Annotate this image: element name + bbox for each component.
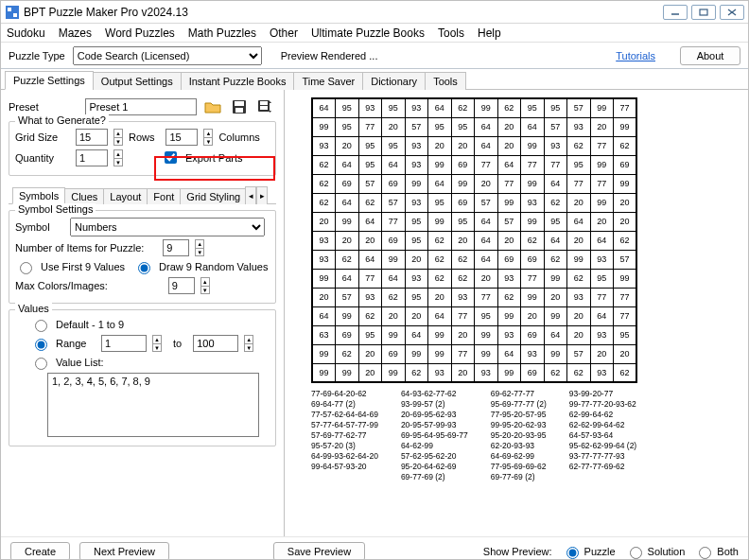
- range-to-input[interactable]: [193, 335, 238, 352]
- symbol-select[interactable]: Numbers: [70, 218, 265, 236]
- grid-cell: 99: [382, 250, 406, 269]
- subtab-scroll-left[interactable]: ◂: [245, 186, 256, 204]
- minimize-button[interactable]: [663, 5, 688, 20]
- grid-cell: 62: [544, 193, 567, 212]
- menu-help[interactable]: Help: [478, 26, 501, 40]
- grid-cell: 64: [428, 306, 452, 325]
- about-button[interactable]: About: [680, 46, 740, 65]
- save-as-icon[interactable]: [255, 96, 276, 117]
- preset-input[interactable]: [85, 98, 197, 115]
- grid-cell: 99: [614, 269, 637, 288]
- show-solution-radio[interactable]: [630, 547, 642, 559]
- subtab-clues[interactable]: Clues: [64, 188, 104, 204]
- tab-puzzle-settings[interactable]: Puzzle Settings: [5, 71, 94, 90]
- grid-cell: 64: [336, 193, 359, 212]
- grid-cell: 77: [590, 288, 614, 306]
- grid-cell: 93: [312, 231, 336, 250]
- puzzle-type-select[interactable]: Code Search (Licensed): [73, 46, 262, 65]
- svg-rect-12: [260, 106, 268, 110]
- menu-math-puzzles[interactable]: Math Puzzles: [188, 26, 256, 40]
- titlebar: BPT Puzzle Maker Pro v2024.13: [1, 1, 748, 24]
- grid-cell: 99: [312, 344, 336, 363]
- subtab-scroll-right[interactable]: ▸: [256, 186, 268, 204]
- grid-cell: 64: [358, 212, 382, 231]
- app-icon: [5, 5, 20, 20]
- export-parts-checkbox[interactable]: [165, 151, 177, 164]
- tab-tools[interactable]: Tools: [425, 72, 466, 90]
- clue-columns: 77-69-64-20-62 69-64-77 (2) 77-57-62-64-…: [311, 389, 739, 482]
- subtab-layout[interactable]: Layout: [103, 188, 148, 204]
- menu-tools[interactable]: Tools: [438, 26, 464, 40]
- grid-cell: 57: [544, 117, 567, 136]
- close-button[interactable]: [720, 5, 744, 20]
- svg-rect-2: [13, 13, 17, 17]
- grid-cell: 20: [382, 117, 406, 136]
- open-icon[interactable]: [202, 96, 223, 117]
- grid-cell: 62: [544, 250, 567, 269]
- subtab-font[interactable]: Font: [147, 188, 181, 204]
- grid-cell: 93: [405, 98, 428, 117]
- preview-panel: 6495939593646299629595579977999577205795…: [285, 90, 748, 536]
- tab-output-settings[interactable]: Output Settings: [93, 72, 182, 90]
- save-icon[interactable]: [229, 96, 250, 117]
- preset-label: Preset: [9, 101, 79, 113]
- grid-cell: 57: [614, 250, 637, 269]
- tutorials-link[interactable]: Tutorials: [616, 50, 655, 61]
- values-legend: Values: [15, 303, 52, 314]
- cols-input[interactable]: [165, 129, 198, 146]
- grid-cell: 62: [428, 250, 452, 269]
- subtab-symbols[interactable]: Symbols: [12, 187, 65, 204]
- grid-cell: 20: [614, 212, 637, 231]
- value-list-textarea[interactable]: 1, 2, 3, 4, 5, 6, 7, 8, 9: [47, 373, 259, 437]
- grid-cell: 62: [428, 231, 452, 250]
- menu-word-puzzles[interactable]: Word Puzzles: [105, 26, 175, 40]
- grid-cell: 69: [521, 250, 545, 269]
- tab-time-saver[interactable]: Time Saver: [293, 72, 363, 90]
- save-preview-button[interactable]: Save Preview: [273, 542, 365, 561]
- value-list-radio[interactable]: [35, 358, 47, 370]
- grid-cell: 99: [567, 250, 591, 269]
- subtab-grid-styling[interactable]: Grid Styling: [180, 188, 247, 204]
- grid-cell: 99: [521, 136, 545, 155]
- clue-column: 64-93-62-77-62 93-99-57 (2) 20-69-95-62-…: [401, 389, 468, 482]
- quantity-input[interactable]: [76, 149, 108, 166]
- grid-cell: 99: [544, 269, 567, 288]
- default-radio[interactable]: [35, 320, 47, 332]
- tab-instant-puzzle-books[interactable]: Instant Puzzle Books: [181, 72, 295, 90]
- svg-rect-9: [235, 108, 243, 113]
- draw-random-radio[interactable]: [138, 262, 150, 274]
- show-both-radio[interactable]: [699, 547, 711, 559]
- rows-input[interactable]: [76, 129, 108, 146]
- grid-cell: 93: [521, 193, 545, 212]
- range-radio[interactable]: [35, 339, 47, 351]
- tab-dictionary[interactable]: Dictionary: [362, 72, 426, 90]
- max-colors-input[interactable]: [168, 277, 195, 294]
- grid-cell: 20: [614, 344, 637, 363]
- grid-cell: 99: [312, 363, 336, 382]
- svg-rect-4: [700, 9, 707, 15]
- menu-sudoku[interactable]: Sudoku: [7, 26, 45, 40]
- grid-cell: 64: [475, 117, 498, 136]
- use-first-radio[interactable]: [20, 262, 32, 274]
- grid-cell: 64: [358, 250, 382, 269]
- grid-cell: 62: [497, 288, 521, 306]
- grid-cell: 64: [544, 231, 567, 250]
- next-preview-button[interactable]: Next Preview: [79, 542, 169, 561]
- range-from-input[interactable]: [101, 335, 147, 352]
- items-input[interactable]: [163, 239, 189, 256]
- maximize-button[interactable]: [691, 5, 716, 20]
- grid-cell: 64: [428, 174, 452, 193]
- grid-cell: 99: [544, 306, 567, 325]
- grid-cell: 93: [567, 288, 591, 306]
- show-puzzle-radio[interactable]: [566, 547, 579, 559]
- grid-cell: 77: [451, 306, 475, 325]
- menu-other[interactable]: Other: [270, 26, 298, 40]
- menu-mazes[interactable]: Mazes: [59, 26, 92, 40]
- max-colors-label: Max Colors/Images:: [15, 280, 108, 291]
- columns-label: Columns: [218, 131, 259, 143]
- create-button[interactable]: Create: [10, 542, 70, 561]
- menu-ultimate-puzzle-books[interactable]: Ultimate Puzzle Books: [311, 26, 425, 40]
- grid-cell: 93: [497, 269, 521, 288]
- grid-cell: 62: [312, 155, 336, 174]
- grid-cell: 77: [521, 155, 545, 174]
